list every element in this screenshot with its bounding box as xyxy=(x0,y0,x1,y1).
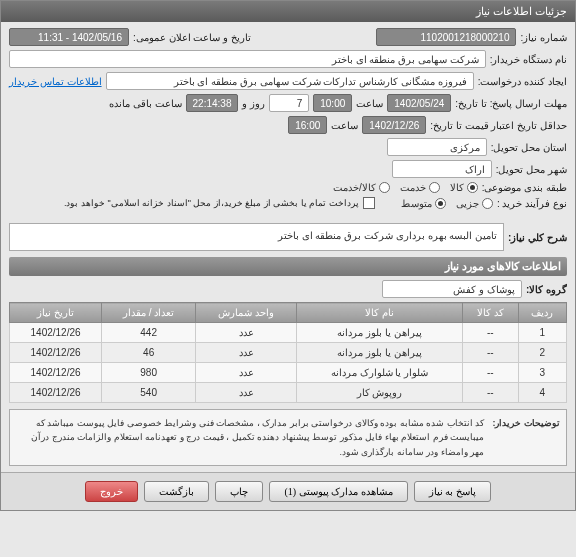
table-cell: -- xyxy=(462,363,518,383)
radio-medium[interactable]: متوسط xyxy=(401,198,446,209)
items-table: ردیف کد کالا نام کالا واحد شمارش تعداد /… xyxy=(9,302,567,403)
table-cell: عدد xyxy=(196,323,297,343)
process-label: نوع فرآیند خرید : xyxy=(497,198,567,209)
radio-medium-circle xyxy=(435,198,446,209)
buyer-org-value: شرکت سهامی برق منطقه ای باختر xyxy=(9,50,486,68)
deadline-label: مهلت ارسال پاسخ: تا تاریخ: xyxy=(455,98,567,109)
th-unit: واحد شمارش xyxy=(196,303,297,323)
content-area: شماره نیاز: 1102001218000210 تاریخ و ساع… xyxy=(1,22,575,472)
radio-both[interactable]: کالا/خدمت xyxy=(333,182,390,193)
table-cell: عدد xyxy=(196,383,297,403)
table-row[interactable]: 1--پیراهن یا بلوز مردانهعدد4421402/12/26 xyxy=(10,323,567,343)
validity-date: 1402/12/26 xyxy=(362,116,426,134)
group-label: گروه کالا: xyxy=(526,284,567,295)
table-cell: -- xyxy=(462,323,518,343)
table-cell: پیراهن یا بلوز مردانه xyxy=(297,323,463,343)
radio-small-circle xyxy=(482,198,493,209)
table-cell: پیراهن یا بلوز مردانه xyxy=(297,343,463,363)
days-label: روز و xyxy=(242,98,265,109)
table-cell: 1402/12/26 xyxy=(10,343,102,363)
announce-label: تاریخ و ساعت اعلان عمومی: xyxy=(133,32,251,43)
exit-button[interactable]: خروج xyxy=(85,481,138,502)
treasury-checkbox[interactable] xyxy=(363,197,375,209)
table-cell: روپوش کار xyxy=(297,383,463,403)
validity-label: حداقل تاریخ اعتبار قیمت تا تاریخ: xyxy=(430,120,567,131)
radio-service[interactable]: خدمت xyxy=(400,182,440,193)
th-date: تاریخ نیاز xyxy=(10,303,102,323)
state-label: استان محل تحویل: xyxy=(491,142,567,153)
city-value: اراک xyxy=(392,160,492,178)
time-label-2: ساعت xyxy=(331,120,358,131)
table-cell: 3 xyxy=(518,363,566,383)
deadline-time: 10:00 xyxy=(313,94,352,112)
remaining-label: ساعت باقی مانده xyxy=(109,98,182,109)
window-title: جزئیات اطلاعات نیاز xyxy=(476,5,567,18)
requester-label: ایجاد کننده درخواست: xyxy=(478,76,567,87)
category-radios: کالا خدمت کالا/خدمت xyxy=(333,182,478,193)
need-number-label: شماره نیاز: xyxy=(520,32,567,43)
table-cell: 4 xyxy=(518,383,566,403)
state-value: مرکزی xyxy=(387,138,487,156)
table-cell: عدد xyxy=(196,363,297,383)
th-row: ردیف xyxy=(518,303,566,323)
radio-small[interactable]: جزیی xyxy=(456,198,493,209)
table-cell: 1 xyxy=(518,323,566,343)
radio-goods[interactable]: کالا xyxy=(450,182,478,193)
th-name: نام کالا xyxy=(297,303,463,323)
remaining-time: 22:14:38 xyxy=(186,94,239,112)
table-cell: 1402/12/26 xyxy=(10,323,102,343)
table-row[interactable]: 3--شلوار یا شلوارک مردانهعدد9801402/12/2… xyxy=(10,363,567,383)
button-bar: پاسخ به نیاز مشاهده مدارک پیوستی (1) چاپ… xyxy=(1,472,575,510)
category-label: طبقه بندی موضوعی: xyxy=(482,182,567,193)
deadline-date: 1402/05/24 xyxy=(387,94,451,112)
table-cell: -- xyxy=(462,383,518,403)
table-cell: 2 xyxy=(518,343,566,363)
table-cell: -- xyxy=(462,343,518,363)
print-button[interactable]: چاپ xyxy=(215,481,263,502)
days-count: 7 xyxy=(269,94,309,112)
table-row[interactable]: 2--پیراهن یا بلوز مردانهعدد461402/12/26 xyxy=(10,343,567,363)
contact-link[interactable]: اطلاعات تماس خریدار xyxy=(9,76,102,87)
validity-time: 16:00 xyxy=(288,116,327,134)
buyer-note-box: توضیحات خریدار: کد انتخاب شده مشابه بوده… xyxy=(9,409,567,466)
table-cell: 980 xyxy=(102,363,196,383)
process-radios: جزیی متوسط xyxy=(401,198,493,209)
need-number-value: 1102001218000210 xyxy=(376,28,516,46)
main-window: جزئیات اطلاعات نیاز شماره نیاز: 11020012… xyxy=(0,0,576,511)
table-cell: 442 xyxy=(102,323,196,343)
table-cell: 540 xyxy=(102,383,196,403)
table-cell: شلوار یا شلوارک مردانه xyxy=(297,363,463,383)
table-cell: عدد xyxy=(196,343,297,363)
th-code: کد کالا xyxy=(462,303,518,323)
group-value: پوشاک و کفش xyxy=(382,280,522,298)
respond-button[interactable]: پاسخ به نیاز xyxy=(414,481,491,502)
requester-value: فیروزه مشگانی کارشناس تدارکات شرکت سهامی… xyxy=(106,72,474,90)
table-cell: 1402/12/26 xyxy=(10,363,102,383)
th-qty: تعداد / مقدار xyxy=(102,303,196,323)
need-desc-label: شرح کلي نیاز: xyxy=(508,232,567,243)
radio-service-circle xyxy=(429,182,440,193)
announce-value: 1402/05/16 - 11:31 xyxy=(9,28,129,46)
back-button[interactable]: بازگشت xyxy=(144,481,209,502)
table-row[interactable]: 4--روپوش کارعدد5401402/12/26 xyxy=(10,383,567,403)
radio-goods-circle xyxy=(467,182,478,193)
city-label: شهر محل تحویل: xyxy=(496,164,567,175)
table-header-row: ردیف کد کالا نام کالا واحد شمارش تعداد /… xyxy=(10,303,567,323)
payment-note: پرداخت تمام یا بخشی از مبلغ خرید،از محل … xyxy=(64,198,359,208)
items-section-header: اطلاعات کالاهای مورد نیاز xyxy=(9,257,567,276)
buyer-note-text: کد انتخاب شده مشابه بوده وکالای درخواستی… xyxy=(16,416,485,459)
radio-both-circle xyxy=(379,182,390,193)
time-label-1: ساعت xyxy=(356,98,383,109)
attachments-button[interactable]: مشاهده مدارک پیوستی (1) xyxy=(269,481,407,502)
buyer-note-label: توضیحات خریدار: xyxy=(493,416,561,459)
need-desc-value: تامین البسه بهره برداری شرکت برق منطقه ا… xyxy=(9,223,504,251)
buyer-org-label: نام دستگاه خریدار: xyxy=(490,54,567,65)
title-bar: جزئیات اطلاعات نیاز xyxy=(1,1,575,22)
table-cell: 46 xyxy=(102,343,196,363)
table-cell: 1402/12/26 xyxy=(10,383,102,403)
